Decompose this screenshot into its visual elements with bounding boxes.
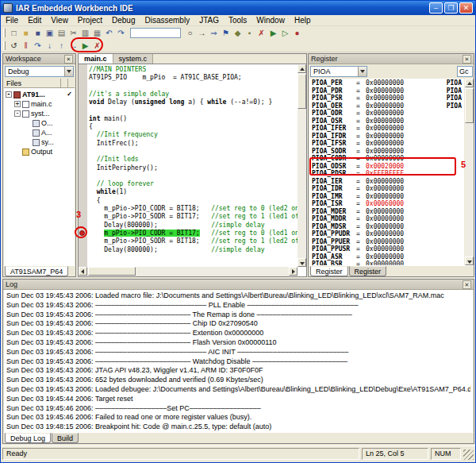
PIOA_IER[interactable]: PIOA_IER = 0x00000000 — [312, 178, 462, 186]
next-statement-icon[interactable]: → — [67, 40, 79, 51]
bookmark-icon[interactable]: ⚑ — [220, 27, 232, 38]
make-icon[interactable]: ◆ — [232, 27, 244, 38]
truncated-group-dropdown[interactable]: Gc — [457, 66, 473, 77]
code-line[interactable]: m_pPio->PIO_SODR = BIT17; //set reg to 1… — [79, 213, 298, 221]
find-combobox[interactable] — [130, 28, 181, 38]
breakpoint-gutter[interactable] — [79, 91, 89, 98]
code-line[interactable]: while(1) — [79, 188, 298, 196]
expand-toggle-icon[interactable]: - — [6, 91, 12, 98]
scrollbar-thumb[interactable] — [465, 88, 474, 123]
print-icon[interactable]: ▤ — [56, 27, 67, 38]
code-line[interactable]: AT91PS_PIO m_pPio = AT91C_BASE_PIOA; — [79, 74, 298, 82]
menu-item[interactable]: Debug — [107, 15, 140, 26]
configuration-dropdown[interactable]: Debug — [5, 66, 74, 77]
code-line[interactable]: m_pPio->PIO_SODR = BIT18; //set reg to 1… — [79, 237, 298, 245]
code-line[interactable]: m_pPio->PIO_CODR = BIT17; //set reg to 0… — [79, 230, 298, 237]
toggle-breakpoint-icon[interactable]: ● — [291, 27, 303, 38]
menu-item[interactable]: Help — [290, 15, 316, 26]
PIOA_IFER[interactable]: PIOA_IFER = 0x00000000 — [312, 125, 462, 133]
scroll-up-icon[interactable] — [465, 79, 474, 87]
code-line[interactable]: //MAIN POINTERS — [79, 66, 298, 74]
save-all-icon[interactable]: ▣ — [44, 27, 56, 38]
breakpoint-gutter[interactable] — [79, 188, 89, 196]
PIOA_MDDR[interactable]: PIOA_MDDR = 0x00000000 — [312, 215, 462, 223]
tree-item[interactable]: A... — [4, 128, 75, 137]
PIOA_PDSR[interactable]: PIOA_PDSR = 0xFFFBFFFF — [312, 170, 462, 178]
compile-icon[interactable]: ▪ — [244, 27, 255, 38]
breakpoint-gutter[interactable] — [79, 246, 89, 254]
PIOA_SODR[interactable]: PIOA_SODR = 0x00000000 — [312, 148, 462, 156]
breakpoint-gutter[interactable] — [79, 131, 89, 139]
step-over-icon[interactable]: ↷ — [32, 40, 44, 51]
PIOA_MDSR[interactable]: PIOA_MDSR = 0x00000000 — [312, 223, 462, 231]
breakpoint-gutter[interactable] — [79, 115, 89, 123]
code-line[interactable]: InitPeriphery(); — [79, 164, 298, 172]
breakpoint-gutter[interactable] — [79, 106, 89, 114]
breakpoint-gutter[interactable] — [79, 123, 89, 131]
tab-build[interactable]: Build — [52, 433, 79, 443]
PIOA_OSR[interactable]: PIOA_OSR = 0x00000000 — [312, 118, 462, 125]
breakpoint-gutter[interactable] — [79, 172, 89, 180]
register-group-dropdown[interactable]: PIOA — [310, 66, 367, 77]
tree-item[interactable]: O... — [4, 118, 75, 128]
tree-item[interactable]: Output — [4, 147, 75, 156]
tab-register-1[interactable]: Register — [310, 266, 348, 276]
menu-item[interactable]: JTAG — [194, 15, 224, 26]
maximize-button[interactable]: ❐ — [444, 2, 458, 14]
code-line[interactable]: { — [79, 197, 298, 205]
code-line[interactable]: InitFrec(); — [79, 140, 298, 148]
register-vertical-scrollbar[interactable] — [465, 79, 474, 265]
undo-icon[interactable]: ↶ — [103, 27, 115, 38]
breakpoint-gutter[interactable] — [79, 74, 89, 82]
toolbar-grip[interactable] — [3, 29, 6, 37]
menu-item[interactable]: Tools — [224, 15, 251, 26]
break-icon[interactable]: ‖ — [20, 40, 32, 51]
breakpoint-gutter[interactable] — [79, 140, 89, 148]
go-icon[interactable]: ▶ — [79, 40, 91, 51]
step-out-icon[interactable]: ↑ — [56, 40, 67, 51]
breakpoint-gutter[interactable] — [79, 66, 89, 74]
PIOA_CODR[interactable]: PIOA_CODR = 0x00000000 — [312, 155, 462, 163]
PIOA_IDR[interactable]: PIOA_IDR = 0x00000000 — [312, 185, 462, 193]
close-icon[interactable]: ✕ — [463, 55, 471, 64]
breakpoint-gutter[interactable] — [79, 148, 89, 156]
goto-icon[interactable]: ⇒ — [208, 27, 220, 38]
menu-item[interactable]: File — [1, 15, 23, 26]
open-folder-icon[interactable]: ■ — [20, 27, 32, 38]
code-line[interactable]: void Delay (unsigned long a) { while (--… — [79, 98, 298, 106]
breakpoint-icon[interactable] — [79, 230, 85, 236]
editor-vertical-scrollbar[interactable] — [298, 64, 306, 267]
save-icon[interactable]: ■ — [32, 27, 44, 38]
paste-icon[interactable]: ▦ — [91, 27, 103, 38]
breakpoint-gutter[interactable] — [79, 164, 89, 172]
editor-horizontal-scrollbar[interactable] — [79, 267, 298, 276]
breakpoint-gutter[interactable] — [79, 222, 89, 230]
breakpoint-gutter[interactable] — [79, 230, 89, 237]
debug-no-download-icon[interactable]: ▷ — [279, 27, 291, 38]
PIOA_IMR[interactable]: PIOA_IMR = 0x00000000 — [312, 193, 462, 201]
tab-main-c[interactable]: main.c — [79, 54, 113, 64]
scroll-right-icon[interactable] — [289, 267, 298, 276]
PIOA_PPUER[interactable]: PIOA_PPUER = 0x00000000 — [312, 238, 462, 246]
code-line[interactable]: Delay(800000); //simple delay — [79, 222, 298, 230]
breakpoint-gutter[interactable] — [79, 205, 89, 213]
PIOA_IFSR[interactable]: PIOA_IFSR = 0x00000000 — [312, 140, 462, 148]
workspace-project-tab[interactable]: AT91SAM7_P64 — [5, 266, 68, 276]
scroll-down-icon[interactable] — [298, 258, 306, 267]
scroll-left-icon[interactable] — [79, 267, 87, 276]
breakpoint-gutter[interactable] — [79, 156, 89, 164]
tree-item[interactable]: sy... — [4, 137, 75, 147]
PIOA_IFDR[interactable]: PIOA_IFDR = 0x00000000 — [312, 133, 462, 141]
breakpoint-gutter[interactable] — [79, 237, 89, 245]
tab-system-c[interactable]: system.c — [113, 54, 154, 64]
breakpoint-gutter[interactable] — [79, 98, 89, 106]
code-line[interactable] — [79, 148, 298, 156]
tab-debug-log[interactable]: Debug Log — [5, 433, 51, 443]
PIOA_ODSR[interactable]: PIOA_ODSR = 0x00020000 — [312, 163, 462, 171]
code-line[interactable] — [79, 106, 298, 114]
PIOA_PSR[interactable]: PIOA_PSR = 0x00000000 PIOA — [312, 95, 462, 102]
menu-item[interactable]: Edit — [23, 15, 46, 26]
menu-item[interactable]: Project — [73, 15, 107, 26]
breakpoint-gutter[interactable] — [79, 180, 89, 188]
breakpoint-gutter[interactable] — [79, 83, 89, 91]
